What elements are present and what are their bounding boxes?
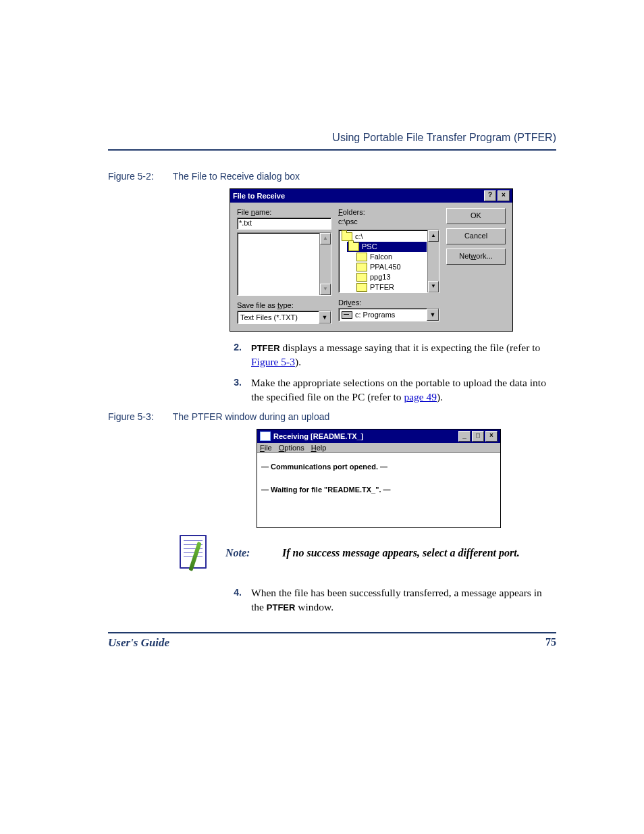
dialog-titlebar: File to Receive ? ×	[230, 189, 512, 203]
folder-open-icon	[348, 242, 359, 251]
minimize-icon[interactable]: _	[458, 431, 471, 442]
save-as-type-combo[interactable]: Text Files (*.TXT) ▼	[237, 311, 331, 324]
network-button[interactable]: Network...	[446, 249, 506, 265]
close-icon[interactable]: ×	[498, 190, 510, 201]
help-icon[interactable]: ?	[484, 190, 496, 201]
chevron-down-icon[interactable]: ▼	[427, 309, 439, 321]
folder-treeview[interactable]: c:\ PSC Falcon PPAL450	[338, 230, 439, 293]
figure-5-2-caption: Figure 5-2: The File to Receive dialog b…	[108, 171, 556, 182]
step-text: When the file has been successfully tran…	[251, 586, 556, 615]
figure-caption-text: The File to Receive dialog box	[173, 171, 300, 182]
folder-child[interactable]: Falcon	[355, 252, 427, 262]
drive-icon	[342, 311, 352, 319]
status-line: — Communications port opened. —	[261, 463, 496, 471]
drives-value: c: Programs	[355, 311, 395, 319]
drives-label: Drives:	[338, 298, 439, 307]
step-number: 3.	[230, 376, 242, 405]
folder-selected[interactable]: PSC	[347, 242, 427, 252]
folder-label: PPAL450	[370, 262, 401, 272]
folder-list-scrollbar[interactable]: ▲ ▼	[427, 230, 439, 292]
note-text: If no success message appears, select a …	[282, 547, 520, 559]
menu-help[interactable]: Help	[311, 444, 327, 452]
cancel-button[interactable]: Cancel	[446, 228, 506, 244]
scroll-down-icon[interactable]: ▼	[320, 284, 331, 295]
file-listbox[interactable]: ▲ ▼	[237, 232, 331, 296]
ptfer-window: Receiving [README.TX_] _ □ × File Option…	[257, 429, 501, 528]
figure-label: Figure 5-3:	[108, 411, 170, 422]
step-text: Make the appropriate selections on the p…	[251, 376, 556, 405]
page-footer: User's Guide 75	[108, 633, 556, 650]
section-header: Using Portable File Transfer Program (PT…	[108, 132, 556, 151]
figure-caption-text: The PTFER window during an upload	[173, 411, 330, 422]
dialog-title-text: File to Receive	[233, 192, 285, 200]
drives-combo[interactable]: c: Programs ▼	[338, 308, 439, 321]
status-line: — Waiting for file "README.TX_". —	[261, 486, 496, 494]
save-as-type-label: Save file as type:	[237, 301, 331, 309]
app-icon	[260, 432, 271, 441]
figure-label: Figure 5-2:	[108, 171, 170, 182]
folder-child[interactable]: PPAL450	[355, 262, 427, 272]
step-text: PTFER displays a message saying that it …	[251, 341, 556, 369]
menu-options[interactable]: Options	[279, 444, 304, 452]
folders-path: c:\psc	[338, 217, 439, 226]
scroll-up-icon[interactable]: ▲	[428, 230, 439, 242]
folder-child[interactable]: ppg13	[355, 272, 427, 282]
step-4: 4. When the file has been successfully t…	[230, 586, 556, 615]
file-to-receive-dialog: File to Receive ? × File name: *.txt ▲ ▼	[230, 188, 513, 332]
step-2: 2. PTFER displays a message saying that …	[230, 341, 556, 369]
folder-icon	[356, 253, 367, 261]
folder-label: Falcon	[370, 252, 392, 262]
chevron-down-icon[interactable]: ▼	[319, 311, 331, 323]
ok-button[interactable]: OK	[446, 208, 506, 224]
menu-file[interactable]: File	[260, 444, 272, 452]
window-title-text: Receiving [README.TX_]	[273, 432, 363, 440]
link-page-49[interactable]: page 49	[404, 391, 437, 402]
step-number: 2.	[230, 341, 242, 369]
save-as-type-value: Text Files (*.TXT)	[238, 311, 319, 323]
maximize-icon[interactable]: □	[472, 431, 484, 442]
file-list-scrollbar[interactable]: ▲ ▼	[319, 233, 331, 295]
window-client-area: — Communications port opened. — — Waitin…	[257, 453, 500, 527]
folder-icon	[356, 283, 367, 292]
figure-5-3-caption: Figure 5-3: The PTFER window during an u…	[108, 411, 556, 422]
close-icon[interactable]: ×	[485, 431, 498, 442]
window-titlebar: Receiving [README.TX_] _ □ ×	[257, 429, 500, 443]
folders-label: Folders:	[338, 208, 439, 216]
menu-bar: File Options Help	[257, 443, 500, 453]
folder-label: PTFER	[370, 282, 394, 292]
keyword-ptfer: PTFER	[267, 602, 296, 613]
folder-child[interactable]: PTFER	[355, 282, 427, 292]
footer-title: User's Guide	[108, 636, 169, 650]
folder-label: PSC	[362, 242, 377, 252]
note-icon	[176, 535, 209, 571]
note-label: Note:	[225, 547, 266, 559]
step-number: 4.	[230, 586, 242, 615]
link-figure-5-3[interactable]: Figure 5-3	[251, 356, 295, 367]
step-3: 3. Make the appropriate selections on th…	[230, 376, 556, 405]
filename-label: File name:	[237, 208, 331, 216]
filename-input[interactable]: *.txt	[237, 217, 331, 230]
folder-label: ppg13	[370, 272, 391, 282]
folder-label: c:\	[355, 232, 363, 242]
folder-icon	[356, 263, 367, 271]
page-number: 75	[545, 636, 556, 650]
folder-icon	[356, 273, 367, 282]
keyword-ptfer: PTFER	[251, 343, 280, 353]
scroll-up-icon[interactable]: ▲	[320, 233, 331, 244]
scroll-down-icon[interactable]: ▼	[428, 281, 439, 292]
note-block: Note: If no success message appears, sel…	[176, 535, 556, 571]
